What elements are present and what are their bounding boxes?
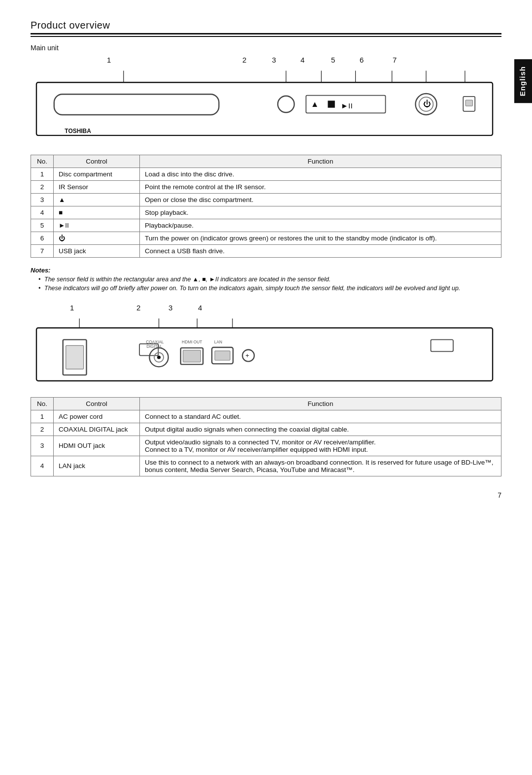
rear-num-3: 3 <box>168 303 172 312</box>
front-row-function: Connect a USB flash drive. <box>140 245 501 258</box>
svg-rect-32 <box>183 350 201 362</box>
front-row-function: Stop playback. <box>140 206 501 219</box>
rear-table-row: 2 COAXIAL DIGITAL jack Output digital au… <box>31 423 501 436</box>
front-table-header-no: No. <box>31 155 54 168</box>
front-number-row: 1 2 3 4 5 6 7 <box>31 56 501 69</box>
front-row-no: 7 <box>31 245 54 258</box>
english-tab: English <box>514 59 532 103</box>
rear-table-row: 4 LAN jack Use this to connect to a netw… <box>31 456 501 476</box>
front-table-row: 5 ►II Playback/pause. <box>31 219 501 232</box>
svg-text:►II: ►II <box>341 101 353 110</box>
svg-rect-7 <box>36 82 493 135</box>
svg-rect-19 <box>466 100 472 106</box>
front-row-control: Disc compartment <box>54 168 140 181</box>
front-num-1: 1 <box>107 56 111 64</box>
rear-row-no: 1 <box>31 410 54 423</box>
front-row-control: IR Sensor <box>54 181 140 194</box>
front-row-control: ■ <box>54 206 140 219</box>
front-row-function: Load a disc into the disc drive. <box>140 168 501 181</box>
section-subtitle: Main unit <box>31 44 501 52</box>
front-row-no: 6 <box>31 232 54 245</box>
front-row-no: 1 <box>31 168 54 181</box>
rear-row-control: COAXIAL DIGITAL jack <box>54 423 140 436</box>
front-row-control: ▲ <box>54 194 140 206</box>
rear-row-no: 3 <box>31 436 54 456</box>
page-container: English Product overview Main unit 1 2 3… <box>0 0 532 519</box>
front-row-no: 4 <box>31 206 54 219</box>
rear-table-header-function: Function <box>140 397 501 410</box>
front-table-row: 2 IR Sensor Point the remote control at … <box>31 181 501 194</box>
page-number: 7 <box>31 491 501 499</box>
front-row-function: Turn the power on (indicator grows green… <box>140 232 501 245</box>
svg-text:COAXIAL: COAXIAL <box>146 339 164 344</box>
front-row-no: 5 <box>31 219 54 232</box>
svg-text:⏻: ⏻ <box>423 100 431 108</box>
front-table-row: 7 USB jack Connect a USB flash drive. <box>31 245 501 258</box>
front-table-header-function: Function <box>140 155 501 168</box>
front-panel-diagram: 1 2 3 4 5 6 7 TOSHIBA <box>31 56 501 146</box>
rear-panel-svg: + COAXIAL DIGITAL HDMI OUT LAN <box>31 317 501 388</box>
notes-list: The sensor field is within the rectangul… <box>31 276 501 292</box>
rear-num-1: 1 <box>70 303 74 312</box>
rear-table-header-control: Control <box>54 397 140 410</box>
front-table-header-control: Control <box>54 155 140 168</box>
front-row-function: Open or close the disc compartment. <box>140 194 501 206</box>
svg-text:DIGITAL: DIGITAL <box>146 344 162 349</box>
front-row-no: 2 <box>31 181 54 194</box>
svg-text:HDMI OUT: HDMI OUT <box>182 339 202 344</box>
rear-row-control: AC power cord <box>54 410 140 423</box>
rear-number-row: 1 2 3 4 <box>31 303 501 317</box>
header-divider <box>31 33 501 37</box>
svg-text:TOSHIBA: TOSHIBA <box>65 128 91 135</box>
front-row-function: Playback/pause. <box>140 219 501 232</box>
front-num-7: 7 <box>393 56 397 64</box>
rear-row-function: Use this to connect to a network with an… <box>140 456 501 476</box>
svg-text:+: + <box>245 352 249 360</box>
rear-row-function: Output digital audio signals when connec… <box>140 423 501 436</box>
svg-rect-24 <box>36 328 493 381</box>
rear-panel-diagram: 1 2 3 4 <box>31 303 501 388</box>
notes-item: The sensor field is within the rectangul… <box>38 276 501 283</box>
page-title: Product overview <box>31 20 501 31</box>
front-table-row: 3 ▲ Open or close the disc compartment. <box>31 194 501 206</box>
front-table-row: 1 Disc compartment Load a disc into the … <box>31 168 501 181</box>
notes-title: Notes: <box>31 267 501 274</box>
rear-row-control: LAN jack <box>54 456 140 476</box>
rear-row-no: 2 <box>31 423 54 436</box>
svg-rect-13 <box>328 101 334 107</box>
front-num-3: 3 <box>272 56 276 64</box>
front-control-table: No. Control Function 1 Disc compartment … <box>31 155 501 258</box>
front-row-function: Point the remote control at the IR senso… <box>140 181 501 194</box>
rear-num-4: 4 <box>198 303 202 312</box>
front-num-5: 5 <box>331 56 335 64</box>
notes-section: Notes: The sensor field is within the re… <box>31 267 501 292</box>
front-num-6: 6 <box>360 56 364 64</box>
svg-rect-34 <box>215 351 230 360</box>
front-num-4: 4 <box>300 56 304 64</box>
front-row-no: 3 <box>31 194 54 206</box>
front-row-control: ►II <box>54 219 140 232</box>
rear-row-control: HDMI OUT jack <box>54 436 140 456</box>
svg-point-30 <box>157 356 161 359</box>
svg-text:LAN: LAN <box>214 339 222 344</box>
rear-num-2: 2 <box>136 303 140 312</box>
notes-item: These indicators will go off briefly aft… <box>38 285 501 292</box>
front-panel-svg: TOSHIBA ▲ ►II ⏻ <box>31 69 501 146</box>
front-table-row: 6 ⏻ Turn the power on (indicator grows g… <box>31 232 501 245</box>
front-row-control: ⏻ <box>54 232 140 245</box>
front-table-row: 4 ■ Stop playback. <box>31 206 501 219</box>
rear-table-row: 3 HDMI OUT jack Output video/audio signa… <box>31 436 501 456</box>
rear-table-row: 1 AC power cord Connect to a standard AC… <box>31 410 501 423</box>
rear-row-function: Output video/audio signals to a connecte… <box>140 436 501 456</box>
svg-text:▲: ▲ <box>311 100 319 109</box>
svg-rect-26 <box>66 346 84 370</box>
front-row-control: USB jack <box>54 245 140 258</box>
rear-row-function: Connect to a standard AC outlet. <box>140 410 501 423</box>
rear-table-header-no: No. <box>31 397 54 410</box>
rear-control-table: No. Control Function 1 AC power cord Con… <box>31 397 501 476</box>
front-num-2: 2 <box>242 56 246 64</box>
rear-row-no: 4 <box>31 456 54 476</box>
